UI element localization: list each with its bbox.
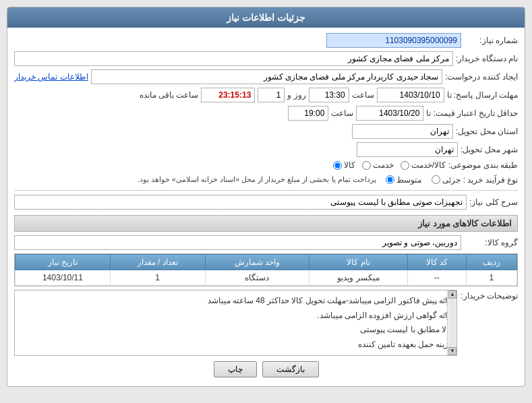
cell-namKala: میکسر ویدیو (309, 270, 407, 286)
ostan-label: استان محل تحویل: (456, 127, 518, 136)
tozi-line-3: کالا مطابق با لیست پیوستی (29, 323, 453, 338)
page-header: جزئیات اطلاعات نیاز (7, 7, 525, 28)
tabaqe-khadamat-item[interactable]: خدمت (362, 160, 394, 170)
farayand-note: پرداخت تمام یا بخشی از مبلغ خریدار از مح… (138, 175, 376, 184)
had-aksar-saet-label: ساعت (331, 108, 353, 118)
had-aksar-time[interactable] (288, 106, 328, 121)
tabaqe-khadamat-radio[interactable] (362, 161, 371, 170)
kala-table: ردیف کد کالا نام کالا واحد شمارش تعداد /… (15, 254, 517, 286)
tozi-section: توضیحات خریدار: ارائه پیش فاکتور الزامی … (14, 290, 518, 356)
tozi-line-4: هزینه حمل بعهده تامین کننده (29, 338, 453, 352)
scroll-up-arrow[interactable]: ▲ (448, 290, 456, 299)
jozei-item[interactable]: جزئی (432, 175, 461, 185)
motevaset-label: متوسط (396, 175, 421, 185)
tabaqe-label: طبقه بندی موضوعی: (448, 160, 518, 170)
had-aksar-label: حداقل تاریخ اعتبار قیمت: تا (426, 108, 518, 118)
ostan-input[interactable] (352, 124, 453, 139)
scroll-track (449, 299, 456, 347)
serh-koli-input[interactable] (14, 195, 467, 210)
button-row: بازگشت چاپ (14, 361, 518, 381)
col-vahed: واحد شمارش (205, 255, 309, 270)
mohlat-ersal-label: مهلت ارسال پاسخ: تا (447, 90, 518, 100)
tozi-line-1: ارائه پیش فاکتور الزامی میباشد-مهلت تحوی… (29, 294, 453, 309)
col-radif: ردیف (466, 255, 516, 270)
motevaset-radio[interactable] (386, 175, 394, 184)
rooz-label: روز و (287, 90, 305, 100)
mohlat-ersal-time[interactable] (309, 88, 349, 102)
tabaqe-kala-khadamat-label: کالا/خدمت (411, 160, 446, 170)
chap-button[interactable]: چاپ (214, 361, 257, 377)
scroll-bar[interactable]: ▲ ▼ (447, 290, 456, 355)
tabaqe-kala-label: کالا (344, 160, 355, 170)
mohlat-rooz[interactable] (258, 88, 285, 102)
tabaqe-kala-khadamat-radio[interactable] (401, 161, 409, 170)
table-row: 1--میکسر ویدیودستگاه11403/10/11 (16, 270, 517, 286)
tozi-label: توضیحات خریدار: (461, 290, 518, 301)
nove-farayand-label: نوع فرآیند خرید : (463, 175, 518, 185)
col-tarikh: تاریخ نیاز (16, 255, 111, 270)
jozei-label: جزئی (442, 175, 461, 185)
shomare-niaz-label: شماره نیاز: (464, 36, 518, 45)
mohlat-saet-label: ساعت (352, 90, 374, 100)
shomare-niaz-input[interactable] (326, 33, 461, 48)
kala-table-wrapper: ردیف کد کالا نام کالا واحد شمارش تعداد /… (14, 253, 518, 286)
tozi-content: ارائه پیش فاکتور الزامی میباشد-مهلت تحوی… (14, 290, 457, 356)
cell-vahedShomaresh: دستگاه (205, 270, 309, 286)
col-tedad: تعداد / مقدار (110, 255, 205, 270)
page-title: جزئیات اطلاعات نیاز (227, 12, 305, 23)
shahr-label: شهر محل تحویل: (461, 145, 518, 154)
col-nam-kala: نام کالا (309, 255, 407, 270)
tabaqe-radio-group: کالا خدمت کالا/خدمت (333, 160, 446, 170)
tabaqe-kala-radio[interactable] (333, 161, 342, 170)
col-kod-kala: کد کالا (407, 255, 466, 270)
mohlat-ersal-date[interactable] (377, 88, 444, 102)
ijad-konande-label: ایجاد کننده درخواست: (445, 72, 518, 82)
cell-radif: 1 (466, 270, 516, 286)
tozi-line-2: ارائه گواهی ارزش افزوده الزامی میباشد. (29, 309, 453, 323)
group-kala-input[interactable] (14, 235, 461, 250)
tabaqe-khadamat-label: خدمت (373, 160, 394, 170)
ijad-konande-input[interactable] (91, 69, 442, 84)
bazgasht-button[interactable]: بازگشت (262, 361, 319, 377)
etelaat-tamas-link[interactable]: اطلاعات تماس خریدار (14, 72, 88, 82)
tabaqe-kala-khadamat-item[interactable]: کالا/خدمت (401, 160, 446, 170)
tabaqe-kala-item[interactable]: کالا (333, 160, 355, 170)
tozi-lines: ارائه پیش فاکتور الزامی میباشد-مهلت تحوی… (18, 294, 453, 352)
nam-dastgah-label: نام دستگاه خریدار: (456, 54, 518, 63)
motevaset-item[interactable]: متوسط (386, 175, 421, 185)
baqi-mande-label: ساعت باقی مانده (140, 90, 199, 100)
cell-tarikhNiaz: 1403/10/11 (16, 270, 111, 286)
nove-farayand-group: جزئی متوسط (386, 175, 461, 185)
cell-tedad: 1 (110, 270, 205, 286)
mohlat-countdown (201, 88, 255, 102)
had-aksar-date[interactable] (356, 106, 423, 121)
jozei-radio[interactable] (432, 175, 440, 184)
kala-section-title: اطلاعات کالاهای مورد نیاز (14, 215, 518, 232)
group-kala-label: گروه کالا: (464, 238, 518, 247)
scroll-down-arrow[interactable]: ▼ (448, 347, 456, 355)
shahr-input[interactable] (357, 142, 458, 157)
nam-dastgah-input[interactable] (14, 51, 453, 66)
serh-koli-label: سرح کلی نیاز: (469, 197, 518, 207)
cell-kodKala: -- (407, 270, 466, 286)
